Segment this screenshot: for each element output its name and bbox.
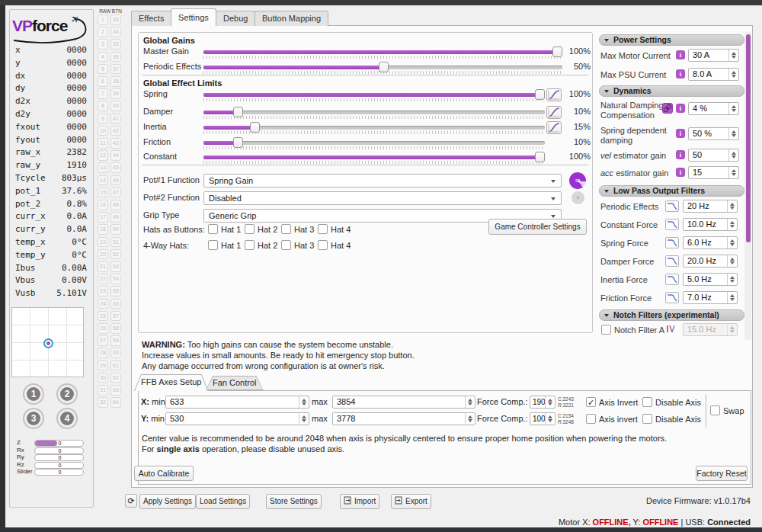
slider-track-constant[interactable]	[203, 155, 545, 159]
raw-button-31[interactable]: 31	[98, 385, 108, 396]
ffb-swap-checkbox[interactable]	[710, 405, 720, 415]
raw-button-42[interactable]: 42	[110, 126, 121, 136]
raw-button-10[interactable]: 10	[98, 126, 108, 136]
raw-button-14[interactable]: 14	[98, 175, 108, 186]
raw-button-59[interactable]: 59	[110, 335, 121, 346]
ffb-x-invert-checkbox[interactable]: ✓	[586, 397, 596, 407]
spinner-arrows[interactable]	[545, 413, 555, 425]
raw-button-3[interactable]: 3	[98, 39, 108, 50]
raw-button-49[interactable]: 49	[110, 212, 121, 223]
rp-input-max-motor-current[interactable]: 30 A	[688, 49, 739, 62]
raw-button-7[interactable]: 7	[98, 88, 108, 99]
ffb-y-invert-checkbox[interactable]	[586, 414, 596, 424]
raw-button-30[interactable]: 30	[98, 373, 108, 383]
raw-button-28[interactable]: 28	[98, 348, 108, 358]
raw-button-20[interactable]: 20	[98, 249, 108, 260]
slider-track-master-gain[interactable]	[203, 50, 562, 54]
export-button[interactable]: Export	[391, 494, 431, 509]
raw-button-40[interactable]: 40	[110, 101, 121, 111]
raw-button-5[interactable]: 5	[98, 64, 108, 75]
rp-input-vel-estimator-gain[interactable]: 50	[688, 149, 739, 162]
raw-button-11[interactable]: 11	[98, 138, 108, 149]
hat-checkbox-row1-2[interactable]	[245, 224, 255, 234]
hat-checkbox-row2-4[interactable]	[318, 240, 328, 250]
info-icon[interactable]: i	[676, 168, 685, 177]
spinner-arrows[interactable]	[728, 128, 738, 139]
spinner-arrows[interactable]	[727, 237, 737, 248]
refresh-button[interactable]: ⟳	[125, 494, 137, 508]
raw-button-43[interactable]: 43	[110, 138, 121, 149]
raw-button-37[interactable]: 37	[110, 64, 121, 75]
raw-button-8[interactable]: 8	[98, 101, 108, 111]
raw-button-52[interactable]: 52	[110, 249, 121, 260]
raw-button-63[interactable]: 63	[110, 385, 121, 396]
auto-calibrate-button[interactable]: Auto Calibrate	[134, 466, 194, 481]
spinner-arrows[interactable]	[728, 69, 738, 80]
low-pass-icon[interactable]	[665, 200, 679, 212]
spinner-arrows[interactable]	[465, 413, 475, 425]
hat-checkbox-row1-3[interactable]	[281, 224, 291, 234]
store-settings-button[interactable]: Store Settings	[266, 494, 322, 509]
raw-button-57[interactable]: 57	[110, 311, 121, 322]
raw-button-2[interactable]: 2	[98, 27, 108, 37]
rp-input-natural-damping-compensation[interactable]: 4 %	[688, 102, 739, 115]
tab-effects[interactable]: Effects	[131, 11, 171, 26]
raw-button-41[interactable]: 41	[110, 114, 121, 124]
spinner-arrows[interactable]	[727, 292, 737, 303]
spinner-arrows[interactable]	[727, 255, 737, 267]
raw-button-55[interactable]: 55	[110, 286, 121, 296]
raw-button-12[interactable]: 12	[98, 150, 108, 161]
low-pass-icon[interactable]	[665, 237, 679, 248]
raw-button-46[interactable]: 46	[110, 175, 121, 186]
raw-button-17[interactable]: 17	[98, 212, 108, 223]
rp-input-friction-force[interactable]: 7.0 Hz	[683, 291, 738, 304]
raw-button-25[interactable]: 25	[98, 311, 108, 322]
factory-reset-button[interactable]: Factory Reset	[696, 466, 748, 481]
info-icon[interactable]: i	[676, 69, 685, 79]
raw-button-60[interactable]: 60	[110, 348, 121, 358]
tab-settings[interactable]: Settings	[171, 8, 216, 26]
info-icon[interactable]: i	[676, 129, 685, 138]
ffb-x-force-comp-input[interactable]: 190	[530, 396, 555, 409]
spinner-arrows[interactable]	[727, 274, 737, 285]
raw-button-6[interactable]: 6	[98, 76, 108, 87]
rp-input-damper-force[interactable]: 20.0 Hz	[683, 255, 738, 268]
raw-button-56[interactable]: 56	[110, 299, 121, 309]
ffb-y-disable-checkbox[interactable]	[642, 414, 652, 424]
spinner-arrows[interactable]	[728, 50, 738, 61]
raw-button-50[interactable]: 50	[110, 224, 121, 235]
rp-input-spring-force[interactable]: 6.0 Hz	[683, 236, 738, 249]
spinner-arrows[interactable]	[299, 396, 309, 408]
ffb-x-max-input[interactable]: 3854	[332, 396, 475, 409]
rp-input-notch-filter-a[interactable]: 15.0 Hz	[683, 323, 738, 336]
ffb-y-max-input[interactable]: 3778	[332, 412, 475, 425]
raw-button-48[interactable]: 48	[110, 200, 121, 210]
tab-debug[interactable]: Debug	[216, 11, 255, 26]
raw-button-47[interactable]: 47	[110, 187, 121, 198]
ffb-tab-fan-control[interactable]: Fan Control	[206, 376, 263, 390]
raw-button-27[interactable]: 27	[98, 335, 108, 346]
hat-checkbox-row2-1[interactable]	[208, 240, 218, 250]
raw-button-23[interactable]: 23	[98, 286, 108, 296]
low-pass-icon[interactable]	[665, 255, 679, 267]
spinner-arrows[interactable]	[728, 103, 738, 114]
rp-input-constant-force[interactable]: 10.0 Hz	[683, 218, 738, 231]
rp-input-periodic-effects[interactable]: 20 Hz	[683, 200, 738, 213]
raw-button-61[interactable]: 61	[110, 361, 121, 371]
raw-button-34[interactable]: 34	[110, 27, 121, 37]
hat-checkbox-row2-2[interactable]	[245, 240, 255, 250]
info-icon[interactable]: i	[676, 50, 685, 59]
spinner-arrows[interactable]	[299, 413, 309, 425]
ffb-y-min-input[interactable]: 530	[165, 412, 309, 425]
raw-button-1[interactable]: 1	[98, 14, 108, 25]
raw-button-64[interactable]: 64	[110, 397, 121, 408]
combo-pot-1-function[interactable]: Spring Gain	[203, 174, 562, 187]
raw-button-15[interactable]: 15	[98, 187, 108, 198]
spinner-arrows[interactable]	[727, 219, 737, 230]
section-header-low-pass-output-filters[interactable]: Low Pass Output Filters	[599, 185, 744, 197]
section-header-power-settings[interactable]: Power Settings	[599, 34, 744, 46]
rp-input-acc-estimator-gain[interactable]: 15	[688, 166, 739, 179]
raw-button-54[interactable]: 54	[110, 274, 121, 284]
spinner-arrows[interactable]	[545, 396, 555, 408]
low-pass-icon[interactable]	[665, 274, 679, 285]
